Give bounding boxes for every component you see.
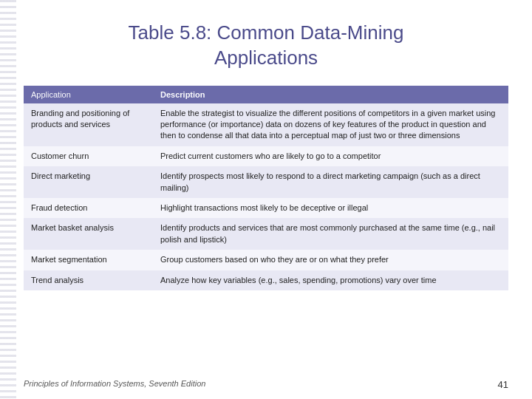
cell-application: Market basket analysis xyxy=(24,218,153,250)
table-header-row: Application Description xyxy=(24,86,508,103)
table-row: Branding and positioning of products and… xyxy=(24,103,508,146)
cell-application: Fraud detection xyxy=(24,198,153,218)
table-row: Market segmentationGroup customers based… xyxy=(24,250,508,270)
cell-application: Branding and positioning of products and… xyxy=(24,103,153,146)
footer-page: 41 xyxy=(498,379,508,390)
cell-description: Predict current customers who are likely… xyxy=(153,146,508,166)
cell-application: Trend analysis xyxy=(24,270,153,290)
cell-description: Enable the strategist to visualize the d… xyxy=(153,103,508,146)
table-row: Direct marketingIdentify prospects most … xyxy=(24,166,508,198)
header-description: Description xyxy=(153,86,508,103)
cell-application: Customer churn xyxy=(24,146,153,166)
cell-description: Group customers based on who they are or… xyxy=(153,250,508,270)
cell-description: Highlight transactions most likely to be… xyxy=(153,198,508,218)
cell-application: Market segmentation xyxy=(24,250,153,270)
footer-left: Principles of Information Systems, Seven… xyxy=(24,379,205,390)
cell-description: Identify prospects most likely to respon… xyxy=(153,166,508,198)
table-row: Trend analysisAnalyze how key variables … xyxy=(24,270,508,290)
left-decoration xyxy=(0,0,16,399)
cell-description: Analyze how key variables (e.g., sales, … xyxy=(153,270,508,290)
cell-description: Identify products and services that are … xyxy=(153,218,508,250)
table-container: Application Description Branding and pos… xyxy=(24,86,508,290)
cell-application: Direct marketing xyxy=(24,166,153,198)
table-row: Customer churnPredict current customers … xyxy=(24,146,508,166)
footer: Principles of Information Systems, Seven… xyxy=(24,379,508,390)
page-title: Table 5.8: Common Data-Mining Applicatio… xyxy=(0,0,532,86)
table-row: Market basket analysisIdentify products … xyxy=(24,218,508,250)
table-row: Fraud detectionHighlight transactions mo… xyxy=(24,198,508,218)
data-mining-table: Application Description Branding and pos… xyxy=(24,86,508,290)
header-application: Application xyxy=(24,86,153,103)
